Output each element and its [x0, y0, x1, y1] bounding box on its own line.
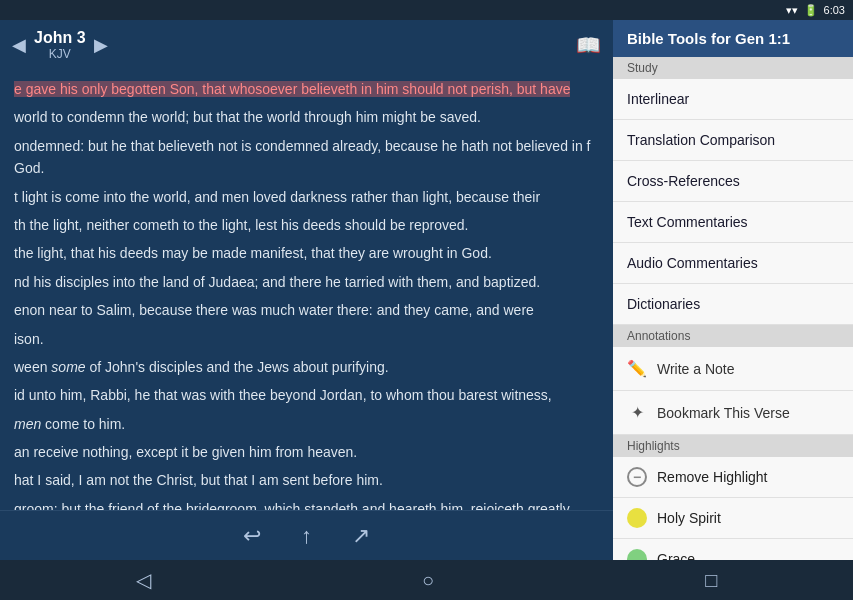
bookmark-this-verse-label: Bookmark This Verse: [657, 405, 790, 421]
verse-7: nd his disciples into the land of Judaea…: [14, 271, 599, 293]
annotations-section-label: Annotations: [613, 325, 853, 347]
verse-3: ondemned: but he that believeth not is c…: [14, 135, 599, 180]
verse-5: th the light, neither cometh to the ligh…: [14, 214, 599, 236]
right-panel: Bible Tools for Gen 1:1 Study Interlinea…: [613, 20, 853, 560]
remove-highlight-item[interactable]: − Remove Highlight: [613, 457, 853, 498]
text-commentaries-item[interactable]: Text Commentaries: [613, 202, 853, 243]
grace-color-dot: [627, 549, 647, 560]
interlinear-label: Interlinear: [627, 91, 689, 107]
bible-header: ◀ John 3 KJV ▶ 📖: [0, 20, 613, 70]
grace-item[interactable]: Grace: [613, 539, 853, 560]
book-version: KJV: [34, 47, 86, 61]
highlights-section-label: Highlights: [613, 435, 853, 457]
text-commentaries-label: Text Commentaries: [627, 214, 748, 230]
book-icon[interactable]: 📖: [576, 33, 601, 57]
verse-10: ween some of John's disciples and the Je…: [14, 356, 599, 378]
back-button[interactable]: ↩: [243, 523, 261, 549]
nav-bar: ◁ ○ □: [0, 560, 853, 600]
verse-12: men come to him.: [14, 413, 599, 435]
verse-2: world to condemn the world; but that the…: [14, 106, 599, 128]
bookmark-this-verse-item[interactable]: ✦ Bookmark This Verse: [613, 391, 853, 435]
star-icon: ✦: [627, 403, 647, 422]
write-a-note-item[interactable]: ✏️ Write a Note: [613, 347, 853, 391]
nav-arrows: ◀ John 3 KJV ▶: [12, 29, 108, 61]
holy-spirit-item[interactable]: Holy Spirit: [613, 498, 853, 539]
write-a-note-label: Write a Note: [657, 361, 735, 377]
study-section-label: Study: [613, 57, 853, 79]
book-name: John 3: [34, 29, 86, 47]
interlinear-item[interactable]: Interlinear: [613, 79, 853, 120]
recents-button[interactable]: □: [705, 569, 717, 592]
verse-9: ison.: [14, 328, 599, 350]
dictionaries-label: Dictionaries: [627, 296, 700, 312]
right-panel-title: Bible Tools for Gen 1:1: [613, 20, 853, 57]
prev-chapter-button[interactable]: ◀: [12, 34, 26, 56]
verse-4: t light is come into the world, and men …: [14, 186, 599, 208]
wifi-icon: ▾▾: [786, 4, 798, 17]
bible-content[interactable]: e gave his only begotten Son, that whoso…: [0, 70, 613, 510]
home-button[interactable]: ○: [422, 569, 434, 592]
translation-comparison-label: Translation Comparison: [627, 132, 775, 148]
holy-spirit-color-dot: [627, 508, 647, 528]
minus-circle-icon: −: [627, 467, 647, 487]
bible-panel: ◀ John 3 KJV ▶ 📖 e gave his only begotte…: [0, 20, 613, 560]
verse-1: e gave his only begotten Son, that whoso…: [14, 78, 599, 100]
verse-6: the light, that his deeds may be made ma…: [14, 242, 599, 264]
time-display: 6:03: [824, 4, 845, 16]
highlights-section: − Remove Highlight Holy Spirit Grace: [613, 457, 853, 560]
bottom-toolbar: ↩ ↑ ↗: [0, 510, 613, 560]
verse-11: id unto him, Rabbi, he that was with the…: [14, 384, 599, 406]
verse-14: hat I said, I am not the Christ, but tha…: [14, 469, 599, 491]
battery-icon: 🔋: [804, 4, 818, 17]
up-button[interactable]: ↑: [301, 523, 312, 549]
main-container: ◀ John 3 KJV ▶ 📖 e gave his only begotte…: [0, 20, 853, 560]
verse-8: enon near to Salim, because there was mu…: [14, 299, 599, 321]
verse-15: groom: but the friend of the bridegroom,…: [14, 498, 599, 510]
translation-comparison-item[interactable]: Translation Comparison: [613, 120, 853, 161]
share-button[interactable]: ↗: [352, 523, 370, 549]
status-bar: ▾▾ 🔋 6:03: [0, 0, 853, 20]
verse-13: an receive nothing, except it be given h…: [14, 441, 599, 463]
cross-references-label: Cross-References: [627, 173, 740, 189]
cross-references-item[interactable]: Cross-References: [613, 161, 853, 202]
remove-highlight-label: Remove Highlight: [657, 469, 768, 485]
pencil-icon: ✏️: [627, 359, 647, 378]
system-back-button[interactable]: ◁: [136, 568, 151, 592]
holy-spirit-label: Holy Spirit: [657, 510, 721, 526]
book-info: John 3 KJV: [34, 29, 86, 61]
verse-1-text: e gave his only begotten Son, that whoso…: [14, 81, 570, 97]
audio-commentaries-item[interactable]: Audio Commentaries: [613, 243, 853, 284]
audio-commentaries-label: Audio Commentaries: [627, 255, 758, 271]
grace-label: Grace: [657, 551, 695, 560]
dictionaries-item[interactable]: Dictionaries: [613, 284, 853, 325]
next-chapter-button[interactable]: ▶: [94, 34, 108, 56]
